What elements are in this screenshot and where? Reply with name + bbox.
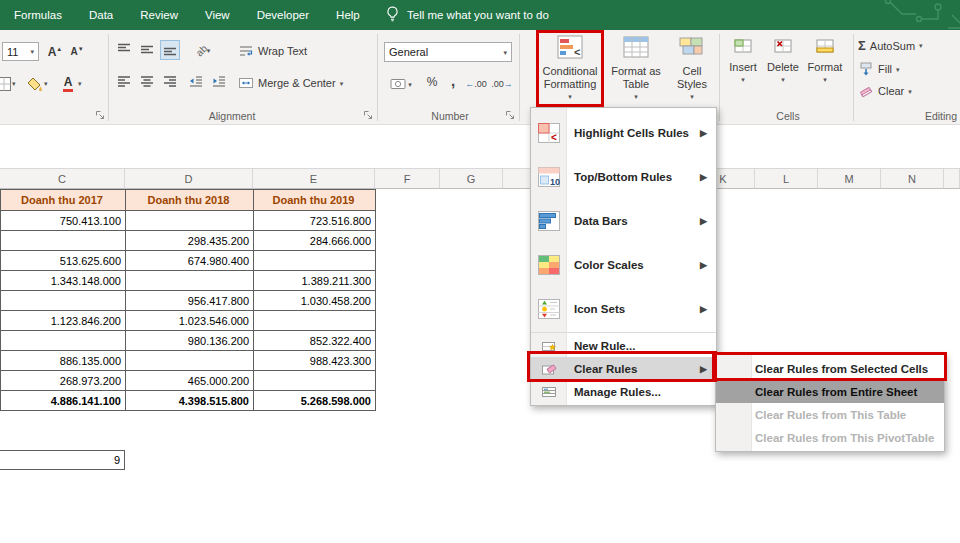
cell[interactable]: 988.423.300	[254, 351, 376, 371]
wrap-text-button[interactable]: Wrap Text	[238, 43, 307, 59]
menu-item-highlight-cells-rules[interactable]: < Highlight Cells Rules ▶	[531, 111, 716, 155]
cell[interactable]: 852.322.400	[254, 331, 376, 351]
align-center-button[interactable]	[137, 72, 157, 92]
cell[interactable]: 723.516.800	[254, 211, 376, 231]
merge-center-button[interactable]: Merge & Center ▾	[238, 75, 343, 91]
top-align-button[interactable]	[114, 40, 134, 60]
bottom-align-button[interactable]	[160, 40, 180, 60]
cell[interactable]: 4.886.141.100	[1, 391, 126, 411]
conditional-formatting-button[interactable]: < Conditional Formatting ▾	[538, 34, 602, 100]
clear-label: Clear	[878, 85, 904, 97]
column-header[interactable]: D	[125, 168, 253, 189]
cell[interactable]	[126, 211, 254, 231]
cell[interactable]: 5.268.598.000	[254, 391, 376, 411]
increase-font-size-button[interactable]: A▲	[45, 42, 65, 62]
submenu-item-clear-selected-cells[interactable]: Clear Rules from Selected Cells	[716, 357, 944, 380]
cell[interactable]: 1.023.546.000	[126, 311, 254, 331]
column-header[interactable]: L	[755, 168, 818, 189]
cell[interactable]	[1, 291, 126, 311]
tell-me-box[interactable]: Tell me what you want to do	[386, 0, 549, 30]
cell[interactable]: 284.666.000	[254, 231, 376, 251]
cell[interactable]: 886.135.000	[1, 351, 126, 371]
cell-styles-button[interactable]: Cell Styles ▾	[668, 34, 716, 100]
cell[interactable]	[254, 251, 376, 271]
number-format-select[interactable]: General ▾	[384, 42, 512, 62]
menu-item-top-bottom-rules[interactable]: 10 Top/Bottom Rules ▶	[531, 155, 716, 199]
decrease-decimal-icon: .00→	[491, 79, 513, 89]
font-color-button[interactable]: A	[58, 74, 78, 94]
column-header[interactable]: G	[440, 168, 503, 189]
cell[interactable]: 513.625.600	[1, 251, 126, 271]
cell[interactable]	[126, 271, 254, 291]
tab-formulas[interactable]: Formulas	[14, 9, 62, 21]
column-header[interactable]: M	[818, 168, 881, 189]
submenu-arrow-icon: ▶	[700, 216, 707, 226]
decrease-font-size-button[interactable]: A▼	[67, 42, 87, 62]
comma-style-button[interactable]: ,	[443, 70, 463, 90]
font-size-input[interactable]: 11 ▾	[2, 42, 39, 61]
tab-view[interactable]: View	[205, 9, 230, 21]
menu-item-manage-rules[interactable]: Manage Rules...	[531, 380, 716, 403]
table-header-cell[interactable]: Doanh thu 2017	[1, 190, 126, 211]
orientation-button[interactable]: ab▾	[190, 40, 216, 60]
autosum-button[interactable]: Σ AutoSum ▾	[858, 39, 923, 52]
lone-cell[interactable]: 9	[0, 450, 125, 470]
column-header[interactable]: E	[253, 168, 375, 189]
cell[interactable]	[254, 371, 376, 391]
cell[interactable]: 1.343.148.000	[1, 271, 126, 291]
submenu-item-clear-entire-sheet[interactable]: Clear Rules from Entire Sheet	[716, 380, 944, 403]
table-header-cell[interactable]: Doanh thu 2018	[126, 190, 254, 211]
accounting-format-button[interactable]: ▾	[388, 74, 414, 94]
increase-decimal-button[interactable]: ←.00	[464, 74, 488, 94]
alignment-dialog-launcher[interactable]	[363, 110, 374, 121]
format-cells-button[interactable]: Format ▾	[804, 36, 846, 83]
cell[interactable]: 268.973.200	[1, 371, 126, 391]
format-as-table-button[interactable]: Format as Table ▾	[606, 34, 666, 100]
cell[interactable]: 4.398.515.800	[126, 391, 254, 411]
cell[interactable]	[254, 311, 376, 331]
tab-help[interactable]: Help	[336, 9, 360, 21]
cell[interactable]: 956.417.800	[126, 291, 254, 311]
column-header[interactable]: N	[881, 168, 944, 189]
clear-button[interactable]: Clear ▾	[858, 83, 912, 99]
column-header[interactable]: F	[375, 168, 440, 189]
percent-style-button[interactable]: %	[422, 72, 442, 92]
fill-color-button[interactable]	[26, 74, 46, 94]
chevron-down-icon[interactable]: ▾	[78, 80, 82, 87]
chevron-down-icon[interactable]: ▾	[44, 80, 48, 87]
align-left-button[interactable]	[114, 72, 134, 92]
cell[interactable]: 674.980.400	[126, 251, 254, 271]
cell[interactable]	[1, 331, 126, 351]
insert-cells-button[interactable]: Insert ▾	[724, 36, 762, 83]
submenu-arrow-icon: ▶	[700, 304, 707, 314]
top-bottom-rules-icon: 10	[531, 165, 567, 189]
menu-item-new-rule[interactable]: New Rule...	[531, 334, 716, 357]
menu-item-icon-sets[interactable]: Icon Sets ▶	[531, 287, 716, 331]
cell[interactable]: 298.435.200	[126, 231, 254, 251]
tab-developer[interactable]: Developer	[257, 9, 309, 21]
align-right-button[interactable]	[160, 72, 180, 92]
menu-item-color-scales[interactable]: Color Scales ▶	[531, 243, 716, 287]
tab-review[interactable]: Review	[140, 9, 178, 21]
tab-data[interactable]: Data	[89, 9, 113, 21]
cell[interactable]	[126, 351, 254, 371]
column-header-partial[interactable]	[944, 168, 960, 189]
cell[interactable]: 1.030.458.200	[254, 291, 376, 311]
cell[interactable]: 750.413.100	[1, 211, 126, 231]
table-header-cell[interactable]: Doanh thu 2019	[254, 190, 376, 211]
decrease-decimal-button[interactable]: .00→	[490, 74, 514, 94]
cell[interactable]: 465.000.200	[126, 371, 254, 391]
cell[interactable]: 1.123.846.200	[1, 311, 126, 331]
increase-indent-button[interactable]	[209, 72, 229, 92]
middle-align-button[interactable]	[137, 40, 157, 60]
delete-cells-button[interactable]: Delete ▾	[763, 36, 803, 83]
decrease-indent-button[interactable]	[186, 72, 206, 92]
cell[interactable]	[1, 231, 126, 251]
column-header[interactable]: C	[0, 168, 125, 189]
chevron-down-icon[interactable]: ▾	[12, 80, 16, 87]
menu-item-clear-rules[interactable]: Clear Rules ▶	[531, 357, 716, 380]
fill-button[interactable]: Fill ▾	[858, 61, 900, 77]
cell[interactable]: 1.389.211.300	[254, 271, 376, 291]
menu-item-data-bars[interactable]: Data Bars ▶	[531, 199, 716, 243]
cell[interactable]: 980.136.200	[126, 331, 254, 351]
